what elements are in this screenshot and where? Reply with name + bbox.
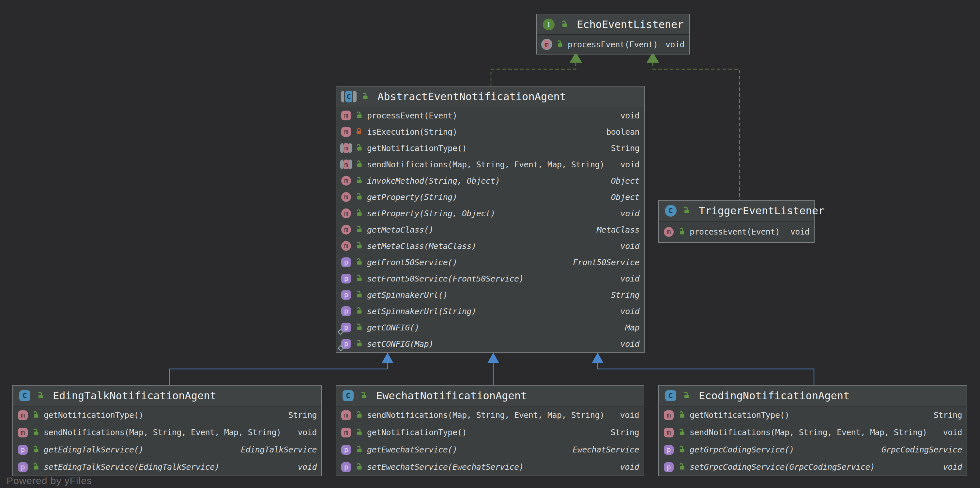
class-box-abstract-event-notification-agent[interactable]: C AbstractEventNotificationAgent m proce… <box>336 86 644 353</box>
class-icon: C <box>663 205 678 217</box>
method-row[interactable]: p setCONFIG(Map) void <box>336 335 644 352</box>
method-row[interactable]: m setMetaClass(MetaClass) void <box>336 238 644 254</box>
method-row[interactable]: p getGrpcCodingService() GrpcCodingServi… <box>659 441 967 458</box>
inheritance-arrowhead-icon <box>592 353 603 363</box>
uml-diagram-canvas[interactable]: I EchoEventListener m processEvent(Event… <box>0 0 980 488</box>
class-box-ewechat-notification-agent[interactable]: C EwechatNotificationAgent m sendNotific… <box>336 385 644 476</box>
method-row[interactable]: m isExecution(String) boolean <box>336 124 644 140</box>
method-row[interactable]: m getNotificationType() String <box>13 407 321 424</box>
lock-open-icon <box>555 40 564 48</box>
method-signature: getEwechatService() <box>367 445 457 455</box>
method-return-type: String <box>605 290 640 300</box>
method-return-type: void <box>615 111 640 120</box>
method-row[interactable]: p getFront50Service() Front50Service <box>336 254 644 270</box>
lock-open-icon <box>355 225 363 233</box>
realization-edge[interactable] <box>491 63 576 86</box>
lock-open-icon <box>355 290 363 299</box>
method-return-type: void <box>937 462 962 472</box>
class-box-eding-talk-notification-agent[interactable]: C EdingTalkNotificationAgent m getNotifi… <box>13 385 322 476</box>
class-header[interactable]: C AbstractEventNotificationAgent <box>336 86 644 107</box>
lock-open-icon <box>31 410 40 419</box>
lock-open-icon <box>355 258 363 266</box>
class-header[interactable]: I EchoEventListener <box>537 14 689 35</box>
class-icon: C <box>341 389 355 402</box>
class-title: TriggerEventListener <box>699 205 824 217</box>
method-row[interactable]: p getEdingTalkService() EdingTalkService <box>13 441 321 458</box>
method-return-type: void <box>784 227 810 237</box>
method-signature: processEvent(Event) <box>568 40 658 49</box>
class-icon: C <box>18 389 32 402</box>
inheritance-arrowhead-icon <box>487 353 499 363</box>
method-row[interactable]: m sendNotifications(Map, String, Event, … <box>336 156 644 173</box>
method-row[interactable]: p getEwechatService() EwechatService <box>336 441 644 458</box>
method-signature: getNotificationType() <box>690 410 789 420</box>
method-row[interactable]: m getMetaClass() MetaClass <box>336 221 644 238</box>
lock-open-icon <box>355 208 363 217</box>
property-icon: p <box>17 445 29 455</box>
method-signature: setEwechatService(EwechatService) <box>367 462 523 472</box>
lock-open-icon <box>682 206 690 214</box>
groovy-method-icon: m <box>340 241 352 251</box>
method-row[interactable]: p setSpinnakerUrl(String) void <box>336 303 644 320</box>
realization-edge[interactable] <box>653 63 740 200</box>
lock-open-icon <box>677 428 686 436</box>
class-box-ecoding-notification-agent[interactable]: C EcodingNotificationAgent m getNotifica… <box>658 385 967 476</box>
method-signature: sendNotifications(Map, String, Event, Ma… <box>367 160 605 169</box>
method-row[interactable]: p getSpinnakerUrl() String <box>336 287 644 303</box>
method-row[interactable]: m setProperty(String, Object) void <box>336 205 644 221</box>
lock-open-icon <box>355 410 363 419</box>
property-icon: p <box>340 322 352 333</box>
method-signature: getMetaClass() <box>367 225 434 235</box>
groovy-method-icon: m <box>340 175 352 186</box>
method-return-type: Map <box>619 323 640 332</box>
class-header[interactable]: C EcodingNotificationAgent <box>659 386 967 407</box>
method-return-type: void <box>614 462 639 472</box>
method-return-type: EdingTalkService <box>235 445 317 455</box>
method-row[interactable]: m processEvent(Event) void <box>336 107 644 124</box>
class-icon: C <box>663 389 678 402</box>
method-row[interactable]: p getCONFIG() Map <box>336 320 644 335</box>
method-row[interactable]: m processEvent(Event) void <box>659 221 814 242</box>
abstract-method-icon: m <box>340 159 352 170</box>
lock-open-icon <box>682 391 690 399</box>
lock-open-icon <box>36 391 45 399</box>
class-box-echo-event-listener[interactable]: I EchoEventListener m processEvent(Event… <box>536 14 690 54</box>
method-return-type: void <box>660 40 684 49</box>
property-icon: p <box>17 462 29 472</box>
method-return-type: void <box>615 242 640 251</box>
class-header[interactable]: C EwechatNotificationAgent <box>336 386 644 407</box>
class-box-trigger-event-listener[interactable]: C TriggerEventListener m processEvent(Ev… <box>658 200 815 243</box>
method-row[interactable]: m sendNotifications(Map, String, Event, … <box>659 424 967 441</box>
lock-open-icon <box>31 445 40 453</box>
method-row[interactable]: m getNotificationType() String <box>659 407 967 424</box>
method-row[interactable]: m getNotificationType() String <box>336 424 644 441</box>
method-row[interactable]: m getProperty(String) Object <box>336 189 644 205</box>
groovy-method-icon: m <box>663 227 675 237</box>
method-return-type: void <box>292 428 317 437</box>
property-icon: p <box>340 306 352 316</box>
method-return-type: String <box>928 410 962 420</box>
method-row[interactable]: m processEvent(Event) void <box>537 35 689 54</box>
method-signature: invokeMethod(String, Object) <box>367 176 500 186</box>
method-signature: setFront50Service(Front50Service) <box>367 274 523 283</box>
inheritance-edge[interactable] <box>598 363 814 385</box>
method-signature: setCONFIG(Map) <box>367 339 434 349</box>
method-return-type: void <box>292 462 317 472</box>
inheritance-edge[interactable] <box>170 363 388 385</box>
method-row[interactable]: p setGrpcCodingService(GrpcCodingService… <box>659 458 967 475</box>
method-row[interactable]: p setFront50Service(Front50Service) void <box>336 270 644 287</box>
method-row[interactable]: m invokeMethod(String, Object) Object <box>336 173 644 189</box>
method-signature: isExecution(String) <box>367 127 457 137</box>
class-header[interactable]: C EdingTalkNotificationAgent <box>13 386 321 407</box>
class-title: EchoEventListener <box>577 18 684 31</box>
method-row[interactable]: m sendNotifications(Map, String, Event, … <box>336 407 644 424</box>
class-header[interactable]: C TriggerEventListener <box>659 200 814 221</box>
method-row[interactable]: m sendNotifications(Map, String, Event, … <box>13 424 321 441</box>
method-row[interactable]: p setEdingTalkService(EdingTalkService) … <box>13 458 321 475</box>
interface-icon: I <box>541 18 556 31</box>
lock-open-icon <box>355 159 363 168</box>
method-return-type: MetaClass <box>591 225 640 235</box>
method-row[interactable]: m getNotificationType() String <box>336 140 644 156</box>
property-icon: p <box>340 257 352 267</box>
method-row[interactable]: p setEwechatService(EwechatService) void <box>336 458 644 475</box>
